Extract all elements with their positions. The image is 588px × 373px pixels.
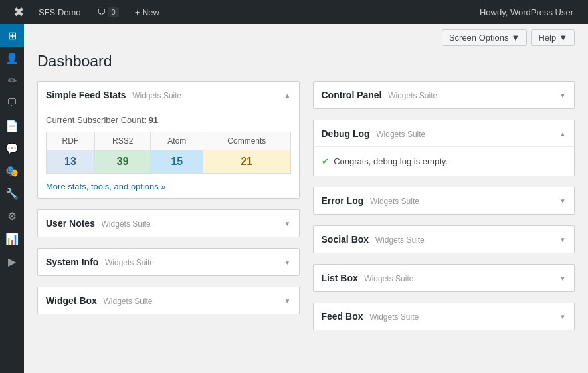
error-log-header[interactable]: Error Log Widgets Suite (314, 187, 575, 214)
comments-value: 21 (203, 150, 290, 174)
user-notes-panel: User Notes Widgets Suite (37, 209, 300, 237)
sidebar-item-play[interactable]: ▶ (0, 250, 24, 273)
system-info-header[interactable]: System Info Widgets Suite (38, 249, 299, 275)
sidebar-item-posts[interactable]: ✏ (0, 69, 24, 92)
social-box-toggle[interactable] (559, 235, 566, 244)
sidebar-item-dashboard[interactable]: ⊞ (0, 24, 24, 47)
feed-box-toggle[interactable] (559, 312, 566, 321)
user-greeting[interactable]: Howdy, WordPress User (472, 7, 581, 17)
system-info-panel: System Info Widgets Suite (37, 248, 300, 276)
sidebar-item-settings[interactable]: ⚙ (0, 205, 24, 227)
admin-sidebar: ⊞ 👤 ✏ 🗨 📄 💬 🎭 🔧 ⚙ 📊 ▶ (0, 24, 24, 373)
widget-box-panel: Widget Box Widgets Suite (37, 287, 300, 314)
wp-logo[interactable]: ✖ (7, 0, 31, 24)
col-comments: Comments (203, 132, 290, 150)
comments-link[interactable]: 🗨 0 (89, 0, 127, 24)
simple-feed-stats-panel: Simple Feed Stats Widgets Suite Current … (37, 81, 300, 199)
screen-options-button[interactable]: Screen Options ▼ (442, 29, 527, 46)
sidebar-item-profile[interactable]: 👤 (0, 47, 24, 69)
control-panel-header[interactable]: Control Panel Widgets Suite (314, 82, 575, 108)
subscriber-count: Current Subscriber Count: 91 (46, 115, 291, 125)
dashboard-columns: Simple Feed Stats Widgets Suite Current … (37, 81, 575, 330)
social-box-header[interactable]: Social Box Widgets Suite (314, 226, 575, 253)
feed-box-panel: Feed Box Widgets Suite (313, 303, 575, 330)
simple-feed-stats-header[interactable]: Simple Feed Stats Widgets Suite (38, 82, 299, 108)
rdf-value: 13 (47, 150, 95, 174)
col-rss2: RSS2 (94, 132, 151, 150)
sidebar-item-analytics[interactable]: 📊 (0, 227, 24, 250)
new-content-link[interactable]: + New (127, 0, 167, 24)
atom-value: 15 (151, 150, 203, 174)
comment-bubble-icon: 🗨 (97, 7, 106, 17)
sidebar-item-appearance[interactable]: 🎭 (0, 160, 24, 182)
control-panel-panel: Control Panel Widgets Suite (313, 81, 575, 109)
simple-feed-stats-content: Current Subscriber Count: 91 RDF RSS2 At… (38, 108, 299, 198)
system-info-toggle[interactable] (284, 257, 291, 267)
page-title: Dashboard (37, 50, 575, 70)
left-column: Simple Feed Stats Widgets Suite Current … (37, 81, 300, 314)
chevron-down-icon: ▼ (559, 33, 567, 43)
debug-message: ✔ Congrats, debug log is empty. (322, 154, 567, 169)
sidebar-item-tools[interactable]: 🔧 (0, 182, 24, 205)
control-panel-toggle[interactable] (559, 90, 566, 100)
debug-log-header[interactable]: Debug Log Widgets Suite (314, 120, 575, 147)
feed-box-header[interactable]: Feed Box Widgets Suite (314, 303, 575, 330)
simple-feed-stats-toggle[interactable] (284, 90, 291, 100)
checkmark-icon: ✔ (322, 156, 329, 166)
user-notes-header[interactable]: User Notes Widgets Suite (38, 210, 299, 237)
help-button[interactable]: Help ▼ (531, 29, 575, 46)
sidebar-item-pages[interactable]: 📄 (0, 114, 24, 137)
debug-log-toggle[interactable] (559, 129, 566, 138)
social-box-panel: Social Box Widgets Suite (313, 225, 575, 253)
chevron-down-icon: ▼ (512, 33, 520, 43)
right-column: Control Panel Widgets Suite Debug Log Wi… (313, 81, 575, 330)
list-box-panel: List Box Widgets Suite (313, 264, 575, 292)
list-box-header[interactable]: List Box Widgets Suite (314, 265, 575, 291)
page-header-bar: Screen Options ▼ Help ▼ (37, 24, 575, 50)
rss2-value: 39 (94, 150, 151, 174)
error-log-panel: Error Log Widgets Suite (313, 187, 575, 215)
sidebar-item-feedback[interactable]: 💬 (0, 137, 24, 160)
col-rdf: RDF (47, 132, 95, 150)
user-notes-toggle[interactable] (284, 219, 291, 228)
wp-body: Screen Options ▼ Help ▼ Dashboard (24, 24, 588, 373)
list-box-toggle[interactable] (559, 273, 566, 283)
widget-box-toggle[interactable] (284, 296, 291, 305)
feed-stats-row: 13 39 15 21 (47, 150, 291, 174)
feed-stats-table: RDF RSS2 Atom Comments 13 39 (46, 132, 291, 174)
widget-box-header[interactable]: Widget Box Widgets Suite (38, 287, 299, 314)
main-wrap: ⊞ 👤 ✏ 🗨 📄 💬 🎭 🔧 ⚙ 📊 ▶ Screen Options ▼ H… (0, 24, 588, 373)
error-log-toggle[interactable] (559, 196, 566, 205)
more-stats-link[interactable]: More stats, tools, and options » (46, 182, 291, 191)
debug-log-content: ✔ Congrats, debug log is empty. (314, 147, 575, 176)
admin-bar: ✖ SFS Demo 🗨 0 + New Howdy, WordPress Us… (0, 0, 588, 24)
debug-log-panel: Debug Log Widgets Suite ✔ Congrats, debu… (313, 120, 575, 176)
sidebar-item-comments[interactable]: 🗨 (0, 92, 24, 114)
site-name[interactable]: SFS Demo (31, 0, 89, 24)
col-atom: Atom (151, 132, 203, 150)
